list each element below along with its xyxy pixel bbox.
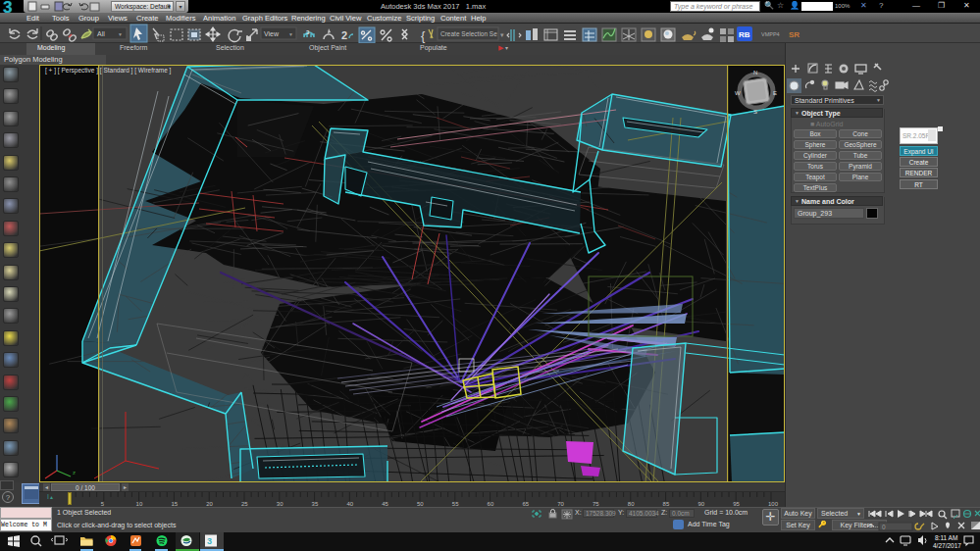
svg-text:VMPP4: VMPP4 (761, 31, 780, 37)
svg-text:S: S (753, 109, 757, 115)
svg-text:N: N (753, 70, 757, 75)
svg-text:View: View (264, 30, 280, 37)
svg-text:▾: ▾ (500, 31, 504, 38)
svg-text:▼: ▼ (288, 31, 293, 37)
svg-text:3: 3 (207, 536, 212, 546)
svg-text:▼: ▼ (118, 31, 123, 37)
svg-text:E: E (773, 90, 777, 96)
svg-text:W: W (735, 90, 741, 96)
svg-text:z: z (73, 470, 76, 476)
svg-text:RB: RB (739, 30, 750, 39)
svg-text:{: { (421, 28, 426, 43)
svg-text:SR: SR (789, 30, 799, 39)
svg-text:2: 2 (341, 29, 347, 41)
svg-text:Create Selection Se: Create Selection Se (440, 30, 497, 37)
svg-text:All: All (97, 30, 105, 37)
svg-text:8:11 AM: 8:11 AM (935, 534, 957, 541)
svg-text:4/27/2017: 4/27/2017 (933, 542, 961, 549)
svg-text:0: 0 (882, 524, 886, 530)
